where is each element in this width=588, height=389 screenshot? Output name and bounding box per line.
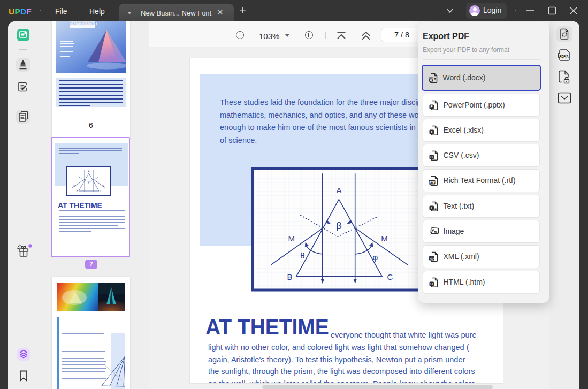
svg-text:C: C [387, 272, 393, 281]
svg-text:A: A [88, 170, 89, 173]
svg-text:M: M [102, 185, 104, 187]
svg-text:C: C [430, 155, 433, 159]
svg-text:</>: </> [429, 257, 434, 260]
svg-text:β: β [336, 220, 341, 231]
svg-text:M: M [288, 234, 295, 243]
svg-text:P: P [430, 104, 433, 108]
svg-text:φ: φ [372, 253, 378, 262]
svg-text:X: X [430, 130, 433, 134]
svg-text:θ: θ [300, 251, 304, 260]
svg-text:A: A [336, 186, 341, 195]
svg-text:W: W [429, 78, 433, 81]
svg-text:M: M [73, 185, 75, 187]
svg-text:B: B [287, 272, 292, 281]
svg-text:H: H [430, 281, 433, 285]
svg-text:M: M [381, 234, 388, 243]
svg-text:PDF/A: PDF/A [560, 55, 569, 58]
svg-text:B: B [76, 190, 78, 193]
svg-text:RTF: RTF [429, 181, 435, 184]
svg-text:T: T [430, 205, 432, 209]
svg-text:β: β [88, 181, 89, 184]
